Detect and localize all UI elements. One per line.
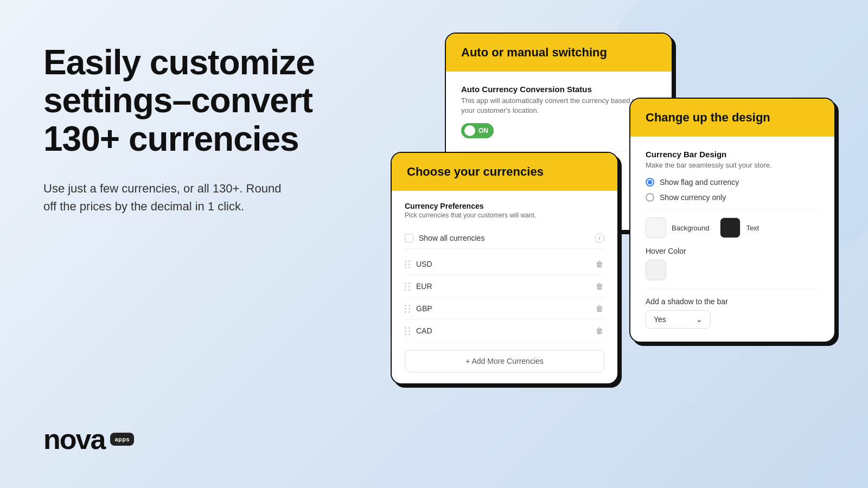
left-section: Easily customize settings–convert 130+ c… <box>43 43 347 215</box>
sub-text: Use just a few currencies, or all 130+. … <box>43 179 282 215</box>
logo-badge: apps <box>110 433 134 446</box>
divider3 <box>646 289 819 290</box>
conversion-title: Auto Currency Conversion Status <box>461 85 656 94</box>
card-design-header: Change up the design <box>630 99 834 137</box>
currency-row-left-cad: CAD <box>405 326 432 335</box>
color-row: Background Text <box>646 217 819 238</box>
currency-row-gbp: GBP 🗑 <box>405 298 604 320</box>
radio-currency-label: Show currency only <box>660 193 726 202</box>
bg-color-item: Background <box>646 217 709 238</box>
currency-row-eur: EUR 🗑 <box>405 275 604 298</box>
shadow-value: Yes <box>654 315 666 324</box>
text-color-box[interactable] <box>720 217 741 238</box>
drag-handle-usd[interactable] <box>405 260 411 268</box>
currency-list-desc: Pick currencies that your customers will… <box>405 211 604 219</box>
currency-code-usd: USD <box>416 260 432 268</box>
show-all-checkbox[interactable] <box>405 234 413 242</box>
add-more-label: + Add More Currencies <box>465 357 544 365</box>
currency-row-usd: USD 🗑 <box>405 253 604 275</box>
divider2 <box>646 209 819 210</box>
delete-gbp[interactable]: 🗑 <box>595 303 604 314</box>
heading-line3: 130+ currencies <box>43 119 299 158</box>
text-color-item: Text <box>720 217 759 238</box>
card-design: Change up the design Currency Bar Design… <box>629 98 835 343</box>
add-more-button[interactable]: + Add More Currencies <box>405 350 604 373</box>
delete-eur[interactable]: 🗑 <box>595 281 604 292</box>
radio-row-flag: Show flag and currency <box>646 178 819 187</box>
info-icon: i <box>595 233 604 243</box>
heading-line1: Easily customize <box>43 43 315 82</box>
hover-color-label: Hover Color <box>646 247 819 255</box>
card-design-body: Currency Bar Design Make the bar seamles… <box>630 137 834 342</box>
logo-text: nova <box>43 423 105 455</box>
currency-code-cad: CAD <box>416 326 432 335</box>
delete-cad[interactable]: 🗑 <box>595 325 604 336</box>
drag-handle-cad[interactable] <box>405 327 411 335</box>
show-all-row: Show all currencies i <box>405 228 604 249</box>
currency-row-left-eur: EUR <box>405 282 432 291</box>
card-choose-header: Choose your currencies <box>392 153 617 191</box>
bg-color-box[interactable] <box>646 217 666 238</box>
main-heading: Easily customize settings–convert 130+ c… <box>43 43 347 158</box>
card-auto-title: Auto or manual switching <box>461 46 656 60</box>
card-design-title: Change up the design <box>646 111 819 125</box>
hover-color-section: Hover Color <box>646 247 819 280</box>
shadow-select[interactable]: Yes ⌄ <box>646 310 711 329</box>
card-choose-body: Currency Preferences Pick currencies tha… <box>392 191 617 383</box>
drag-handle-eur[interactable] <box>405 282 411 291</box>
currency-code-eur: EUR <box>416 282 432 291</box>
shadow-label: Add a shadow to the bar <box>646 297 819 306</box>
currency-list-header: Currency Preferences Pick currencies tha… <box>405 202 604 219</box>
radio-flag-label: Show flag and currency <box>660 178 739 187</box>
cards-area: Auto or manual switching Auto Currency C… <box>391 33 835 477</box>
bg-color-label: Background <box>672 224 709 232</box>
drag-handle-gbp[interactable] <box>405 305 411 313</box>
currency-row-cad: CAD 🗑 <box>405 320 604 342</box>
toggle-circle <box>464 125 475 136</box>
toggle-container: ON <box>461 123 656 138</box>
radio-row-currency: Show currency only <box>646 193 819 202</box>
radio-flag[interactable] <box>646 178 654 187</box>
hover-color-box[interactable] <box>646 260 666 280</box>
chevron-down-icon: ⌄ <box>696 315 703 324</box>
show-all-text: Show all currencies <box>419 234 484 242</box>
bar-design-desc: Make the bar seamlessly suit your store. <box>646 161 819 169</box>
currency-row-left-gbp: GBP <box>405 304 432 313</box>
logo-area: nova apps <box>43 423 134 455</box>
currency-code-gbp: GBP <box>416 304 432 313</box>
toggle-label: ON <box>478 127 488 134</box>
show-all-left: Show all currencies <box>405 234 484 242</box>
delete-usd[interactable]: 🗑 <box>595 259 604 269</box>
shadow-section: Add a shadow to the bar Yes ⌄ <box>646 297 819 329</box>
bar-design-title: Currency Bar Design <box>646 150 819 159</box>
card-auto-header: Auto or manual switching <box>446 34 672 72</box>
card-choose-title: Choose your currencies <box>407 165 602 179</box>
text-color-label: Text <box>746 224 759 232</box>
radio-currency[interactable] <box>646 193 654 202</box>
currency-row-left-usd: USD <box>405 260 432 268</box>
heading-line2: settings–convert <box>43 81 312 120</box>
currency-list-title: Currency Preferences <box>405 202 604 210</box>
card-choose-currencies: Choose your currencies Currency Preferen… <box>391 152 618 384</box>
conversion-desc: This app will automatically convert the … <box>461 96 656 115</box>
auto-convert-toggle[interactable]: ON <box>461 123 494 138</box>
